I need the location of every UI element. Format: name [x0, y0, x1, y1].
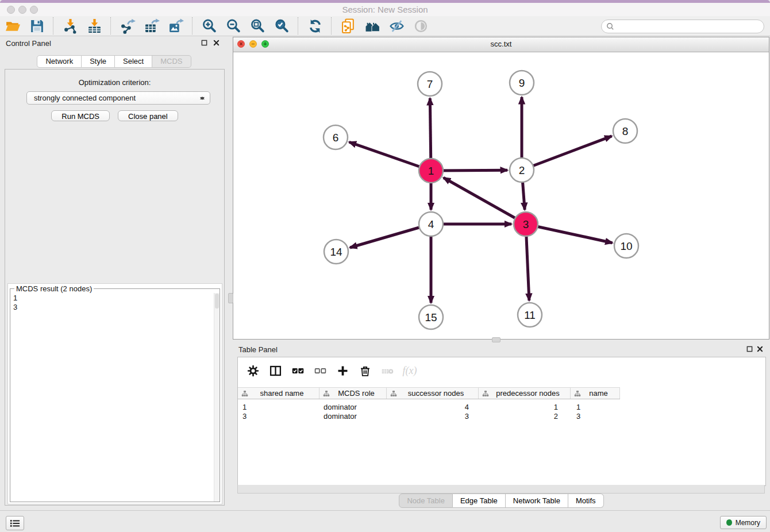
open-session-button[interactable]	[5, 18, 21, 34]
column-header-mcds-role[interactable]: MCDS role	[319, 388, 387, 399]
edge-2-to-8[interactable]	[522, 136, 612, 170]
tab-network[interactable]: Network	[37, 55, 82, 68]
export-image-button[interactable]	[168, 18, 184, 34]
zoom-fit-button[interactable]	[249, 18, 265, 34]
node-2[interactable]: 2	[510, 158, 534, 182]
cell-predecessor-nodes[interactable]: 2	[479, 412, 571, 421]
search-input[interactable]	[617, 21, 760, 32]
column-type-icon	[241, 390, 248, 397]
delete-column-icon	[359, 364, 372, 377]
cell-name[interactable]: 1	[571, 403, 620, 411]
tab-motifs[interactable]: Motifs	[568, 494, 604, 508]
node-8[interactable]: 8	[613, 119, 637, 143]
network-canvas[interactable]: 1234678910111415	[233, 52, 769, 339]
node-4[interactable]: 4	[419, 212, 443, 236]
edge-3-to-10[interactable]	[526, 224, 613, 243]
horizontal-splitter-handle[interactable]	[492, 337, 500, 342]
close-panel-icon[interactable]	[213, 40, 220, 46]
optimization-criterion-select[interactable]: strongly connected component	[26, 91, 210, 105]
mcds-result-box: MCDS result (2 nodes) 1 3	[7, 283, 222, 504]
cell-shared-name[interactable]: 1	[238, 403, 319, 411]
close-panel-button[interactable]: Close panel	[118, 110, 178, 121]
table-horizontal-scrollbar[interactable]	[237, 485, 765, 494]
node-11[interactable]: 11	[518, 303, 542, 327]
node-14[interactable]: 14	[324, 240, 348, 264]
toolbar-separator	[331, 17, 332, 34]
export-table-button[interactable]	[144, 18, 160, 34]
table-row[interactable]: 3dominator323	[238, 411, 765, 421]
hide-graphics-details-button[interactable]	[388, 18, 405, 34]
import-network-icon	[63, 18, 78, 34]
delete-column-button[interactable]	[358, 364, 372, 377]
edge-1-to-6[interactable]	[349, 142, 431, 171]
column-header-predecessor-nodes[interactable]: predecessor nodes	[479, 388, 571, 399]
toolbar-separator	[298, 17, 299, 34]
edge-3-to-1[interactable]	[444, 178, 526, 224]
column-header-shared-name[interactable]: shared name	[238, 388, 319, 399]
network-window-title: scc.txt	[233, 37, 769, 51]
cell-mcds-role[interactable]: dominator	[319, 403, 387, 411]
svg-text:1: 1	[428, 165, 434, 177]
add-column-button[interactable]	[336, 364, 349, 377]
network-window-close-button[interactable]	[237, 40, 245, 48]
zoom-in-button[interactable]	[201, 18, 217, 34]
select-all-rows-button[interactable]	[291, 364, 305, 377]
table-settings-gear-button[interactable]	[246, 364, 260, 377]
memory-button[interactable]: Memory	[720, 516, 767, 529]
zoom-out-button[interactable]	[225, 18, 241, 34]
node-10[interactable]: 10	[614, 234, 638, 258]
cell-predecessor-nodes[interactable]: 1	[479, 403, 571, 411]
new-network-from-selection-icon	[341, 18, 356, 34]
function-builder-button: f(x)	[403, 364, 417, 377]
tab-select[interactable]: Select	[115, 55, 152, 68]
close-table-panel-icon[interactable]	[757, 346, 763, 352]
float-table-panel-icon[interactable]	[746, 346, 753, 352]
import-network-button[interactable]	[62, 18, 78, 34]
task-history-button[interactable]	[6, 516, 24, 530]
table-rows: 1dominator4113dominator323	[238, 399, 765, 421]
result-scrollbar-thumb[interactable]	[215, 294, 219, 309]
main-toolbar-icons	[5, 16, 429, 36]
tab-mcds[interactable]: MCDS	[152, 55, 191, 68]
table-row[interactable]: 1dominator411	[238, 402, 765, 411]
column-header-successor-nodes[interactable]: successor nodes	[387, 388, 479, 399]
save-session-button[interactable]	[29, 18, 45, 34]
float-panel-icon[interactable]	[201, 40, 207, 46]
split-table-view-button[interactable]	[268, 364, 282, 377]
tab-node-table[interactable]: Node Table	[399, 494, 453, 508]
result-scrollbar[interactable]	[214, 293, 220, 502]
export-network-button[interactable]	[120, 18, 136, 34]
network-overview-button[interactable]	[364, 18, 380, 34]
node-6[interactable]: 6	[324, 125, 348, 149]
node-15[interactable]: 15	[419, 305, 443, 329]
run-mcds-button[interactable]: Run MCDS	[51, 110, 110, 121]
node-3[interactable]: 3	[514, 212, 538, 236]
cell-successor-nodes[interactable]: 4	[387, 403, 479, 411]
tab-edge-table[interactable]: Edge Table	[453, 494, 506, 508]
control-panel-tabs: NetworkStyleSelectMCDS	[0, 55, 228, 68]
node-9[interactable]: 9	[510, 71, 534, 95]
zoom-selected-button[interactable]	[274, 18, 290, 34]
tab-network-table[interactable]: Network Table	[506, 494, 568, 508]
node-1[interactable]: 1	[419, 159, 443, 183]
column-header-name[interactable]: name	[571, 388, 620, 399]
tab-style[interactable]: Style	[82, 55, 115, 68]
toolbar-separator	[192, 17, 193, 34]
control-panel: Control Panel NetworkStyleSelectMCDS Opt…	[0, 36, 228, 508]
toolbar-separator	[53, 17, 54, 34]
network-window-minimize-button[interactable]	[249, 40, 257, 48]
cell-name[interactable]: 3	[571, 412, 620, 421]
search-icon	[606, 22, 614, 30]
network-window-maximize-button[interactable]	[261, 40, 269, 48]
column-label: name	[581, 389, 619, 398]
cell-successor-nodes[interactable]: 3	[387, 412, 479, 421]
new-network-from-selection-button[interactable]	[340, 18, 356, 34]
vertical-splitter-handle[interactable]	[228, 293, 233, 303]
cell-shared-name[interactable]: 3	[238, 412, 319, 421]
refresh-button[interactable]	[307, 18, 323, 34]
search-box[interactable]	[601, 20, 764, 33]
cell-mcds-role[interactable]: dominator	[319, 412, 387, 421]
node-7[interactable]: 7	[418, 72, 442, 96]
deselect-all-rows-button[interactable]	[313, 364, 327, 377]
import-table-button[interactable]	[86, 18, 102, 34]
